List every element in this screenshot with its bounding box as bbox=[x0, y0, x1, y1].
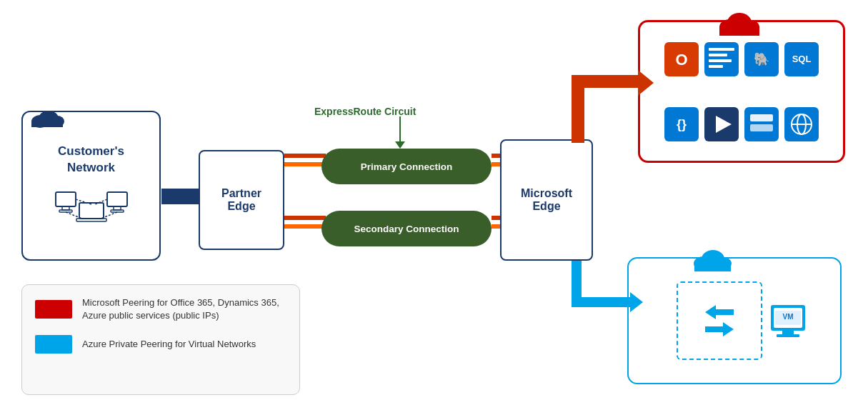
legend-color-blue bbox=[35, 335, 72, 354]
legend-color-red bbox=[35, 300, 72, 319]
orange-line-left-secondary-bottom bbox=[284, 224, 326, 229]
office365-icon: O bbox=[664, 42, 699, 76]
api-icon: {} bbox=[664, 107, 699, 141]
svg-marker-17 bbox=[395, 141, 405, 149]
svg-rect-5 bbox=[111, 210, 124, 212]
legend-text-blue: Azure Private Peering for Virtual Networ… bbox=[82, 338, 256, 351]
svg-rect-52 bbox=[782, 331, 794, 334]
vnet-inner-box bbox=[677, 281, 762, 360]
vm-icon: VM bbox=[769, 304, 807, 338]
svg-rect-28 bbox=[709, 65, 723, 68]
customer-cloud-icon bbox=[30, 106, 64, 129]
orange-line-left-secondary-top bbox=[284, 216, 326, 220]
network-computers-icon bbox=[52, 181, 131, 228]
legend-text-red: Microsoft Peering for Office 365, Dynami… bbox=[82, 296, 286, 322]
svg-text:SQL: SQL bbox=[792, 54, 812, 64]
blue-horizontal-right bbox=[572, 297, 634, 307]
legend-item-red: Microsoft Peering for Office 365, Dynami… bbox=[35, 296, 286, 322]
microsoft-edge-label: Microsoft Edge bbox=[521, 187, 572, 213]
partner-edge-label: Partner Edge bbox=[221, 187, 261, 213]
azure-private-cloud-icon bbox=[693, 245, 732, 272]
legend-box: Microsoft Peering for Office 365, Dynami… bbox=[21, 284, 300, 395]
svg-rect-3 bbox=[107, 192, 127, 206]
orange-horizontal-right bbox=[572, 75, 643, 88]
svg-marker-49 bbox=[705, 322, 734, 336]
storage-icon bbox=[744, 107, 779, 141]
svg-text:VM: VM bbox=[783, 313, 794, 321]
svg-rect-21 bbox=[719, 26, 759, 36]
partner-edge-box: Partner Edge bbox=[199, 150, 284, 250]
customer-partner-connector bbox=[161, 189, 199, 204]
svg-text:O: O bbox=[675, 51, 687, 69]
hadoop-icon: 🐘 bbox=[744, 42, 779, 76]
expressroute-arrow bbox=[395, 116, 405, 149]
diagram-container: Customer's Network bbox=[0, 0, 868, 415]
svg-rect-39 bbox=[750, 124, 773, 131]
microsoft-edge-box: Microsoft Edge bbox=[500, 139, 593, 261]
expressroute-label: ExpressRoute Circuit bbox=[314, 106, 416, 117]
arrow-head-ms-services bbox=[638, 70, 654, 96]
svg-marker-48 bbox=[705, 305, 734, 319]
vm-icon-group: VM bbox=[769, 304, 807, 338]
svg-rect-38 bbox=[750, 114, 773, 121]
globe-icon bbox=[784, 107, 819, 141]
orange-line-left-primary-top bbox=[284, 154, 326, 158]
analytics-icon bbox=[704, 42, 739, 76]
svg-rect-0 bbox=[56, 192, 76, 206]
svg-rect-26 bbox=[709, 54, 727, 56]
customer-network-box: Customer's Network bbox=[21, 111, 161, 261]
svg-rect-27 bbox=[709, 59, 732, 62]
secondary-connection-label: Secondary Connection bbox=[354, 224, 459, 234]
primary-connection-pill: Primary Connection bbox=[321, 149, 492, 184]
customer-network-label: Customer's Network bbox=[58, 144, 124, 175]
azure-private-box: VM bbox=[627, 257, 842, 384]
svg-rect-25 bbox=[709, 48, 734, 51]
ms-services-box: O 🐘 SQL {} bbox=[638, 20, 845, 163]
primary-connection-label: Primary Connection bbox=[361, 161, 452, 172]
svg-rect-2 bbox=[59, 210, 72, 212]
svg-rect-47 bbox=[694, 263, 731, 271]
svg-rect-15 bbox=[31, 121, 63, 127]
svg-rect-53 bbox=[777, 334, 799, 337]
svg-text:{}: {} bbox=[677, 117, 687, 131]
arrow-head-azure-private bbox=[630, 292, 643, 312]
vnet-arrows-icon bbox=[705, 305, 734, 336]
legend-item-blue: Azure Private Peering for Virtual Networ… bbox=[35, 335, 286, 354]
secondary-connection-pill: Secondary Connection bbox=[321, 211, 492, 246]
svg-text:🐘: 🐘 bbox=[754, 51, 770, 67]
media-icon bbox=[704, 107, 739, 141]
ms-services-cloud-icon bbox=[718, 7, 761, 37]
svg-rect-7 bbox=[76, 219, 106, 221]
orange-line-left-primary-bottom bbox=[284, 162, 326, 166]
sql-icon: SQL bbox=[784, 42, 819, 76]
svg-rect-6 bbox=[79, 203, 104, 219]
